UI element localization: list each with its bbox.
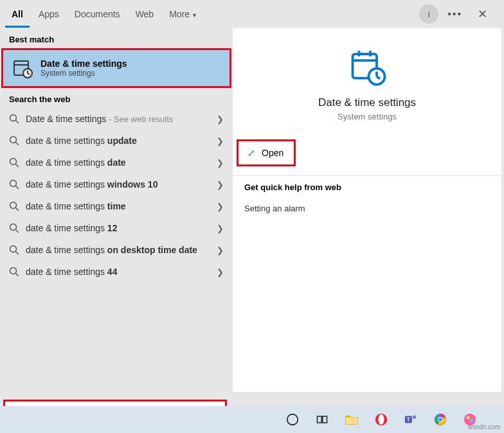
svg-point-44 (467, 416, 471, 420)
svg-line-12 (16, 186, 19, 190)
chevron-right-icon: ❯ (217, 180, 224, 190)
svg-point-11 (10, 181, 17, 187)
open-label: Open (262, 148, 284, 158)
chevron-down-icon: ▼ (192, 12, 197, 19)
svg-rect-32 (323, 416, 327, 423)
web-result[interactable]: date & time settings on desktop time dat… (0, 239, 233, 261)
chrome-icon[interactable] (433, 412, 448, 427)
svg-point-19 (10, 268, 17, 274)
tab-all[interactable]: All (5, 1, 30, 28)
tab-documents[interactable]: Documents (68, 1, 127, 28)
chevron-right-icon: ❯ (217, 202, 224, 211)
best-match-result[interactable]: Date & time settings System settings (1, 48, 231, 88)
chevron-right-icon: ❯ (217, 245, 224, 255)
search-web-label: Search the web (0, 88, 233, 108)
svg-line-6 (16, 121, 19, 124)
header: All Apps Documents Web More▼ I ••• ✕ (0, 0, 501, 28)
user-avatar[interactable]: I (419, 4, 438, 24)
web-result[interactable]: date & time settings windows 10 ❯ (0, 173, 233, 195)
best-match-title: Date & time settings (40, 58, 127, 69)
svg-text:T: T (407, 417, 410, 423)
web-result-text: Date & time settings - See web results (26, 114, 210, 124)
open-icon: ⤢ (248, 148, 255, 158)
task-view-icon[interactable] (314, 412, 330, 427)
chevron-right-icon: ❯ (217, 114, 224, 124)
svg-point-7 (10, 137, 17, 143)
best-match-subtitle: System settings (40, 69, 127, 78)
web-result[interactable]: date & time settings 12 ❯ (0, 217, 233, 239)
preview-pane: Date & time settings System settings ⤢ O… (233, 28, 501, 392)
tab-apps[interactable]: Apps (32, 1, 66, 28)
watermark: wsxdn.com (468, 423, 500, 430)
tab-more[interactable]: More▼ (163, 1, 204, 28)
web-result[interactable]: date & time settings time ❯ (0, 195, 233, 217)
svg-rect-31 (318, 416, 322, 423)
web-result-text: date & time settings windows 10 (26, 179, 210, 190)
taskbar: T (0, 406, 504, 433)
search-icon (9, 136, 19, 146)
svg-point-17 (10, 246, 17, 252)
svg-line-18 (16, 252, 19, 255)
preview-title: Date & time settings (318, 96, 416, 109)
svg-point-38 (413, 416, 417, 420)
svg-point-13 (10, 202, 17, 209)
svg-point-9 (10, 159, 17, 165)
cortana-icon[interactable] (285, 412, 300, 427)
search-icon (9, 267, 19, 277)
svg-line-10 (16, 164, 19, 168)
web-result[interactable]: date & time settings update ❯ (0, 130, 233, 152)
svg-line-16 (16, 230, 19, 233)
chevron-right-icon: ❯ (217, 267, 224, 277)
search-icon (9, 114, 19, 124)
web-result-text: date & time settings on desktop time dat… (26, 245, 210, 255)
web-result[interactable]: date & time settings 44 ❯ (0, 261, 233, 283)
svg-point-30 (287, 414, 298, 425)
quick-help-label: Get quick help from web (244, 182, 490, 192)
search-scope-tabs: All Apps Documents Web More▼ (5, 1, 419, 28)
quick-help-item[interactable]: Setting an alarm (244, 201, 490, 216)
web-result-text: date & time settings time (26, 201, 210, 211)
calendar-clock-icon (12, 58, 33, 78)
svg-point-5 (10, 115, 17, 121)
svg-point-45 (470, 419, 474, 423)
svg-point-42 (438, 418, 442, 421)
svg-point-15 (10, 224, 17, 231)
close-button[interactable]: ✕ (471, 4, 494, 24)
web-result-text: date & time settings 12 (26, 223, 210, 233)
svg-line-20 (16, 274, 19, 277)
search-icon (9, 179, 19, 190)
tab-web[interactable]: Web (129, 1, 161, 28)
best-match-label: Best match (0, 28, 233, 48)
results-pane: Best match Date & time settings System s… (0, 28, 233, 392)
preview-subtitle: System settings (338, 112, 397, 121)
svg-point-35 (378, 414, 384, 425)
open-button[interactable]: ⤢ Open (237, 139, 296, 166)
more-options-button[interactable]: ••• (444, 6, 466, 22)
web-results-list: Date & time settings - See web results ❯… (0, 108, 233, 392)
search-icon (9, 245, 19, 255)
chevron-right-icon: ❯ (217, 224, 224, 233)
web-result[interactable]: date & time settings date ❯ (0, 152, 233, 173)
svg-line-14 (16, 208, 19, 211)
web-result-text: date & time settings 44 (26, 267, 210, 277)
search-icon (9, 157, 19, 168)
divider (233, 175, 501, 176)
chevron-right-icon: ❯ (217, 136, 224, 146)
search-icon (9, 223, 19, 233)
file-explorer-icon[interactable] (344, 412, 359, 427)
web-result[interactable]: Date & time settings - See web results ❯ (0, 108, 233, 130)
opera-icon[interactable] (374, 412, 389, 427)
svg-rect-33 (346, 418, 357, 424)
search-icon (9, 201, 19, 211)
calendar-clock-icon (348, 48, 386, 86)
web-result-text: date & time settings update (26, 136, 210, 146)
web-result-text: date & time settings date (26, 157, 210, 168)
svg-line-8 (16, 143, 19, 146)
teams-icon[interactable]: T (403, 412, 419, 427)
chevron-right-icon: ❯ (217, 158, 224, 168)
